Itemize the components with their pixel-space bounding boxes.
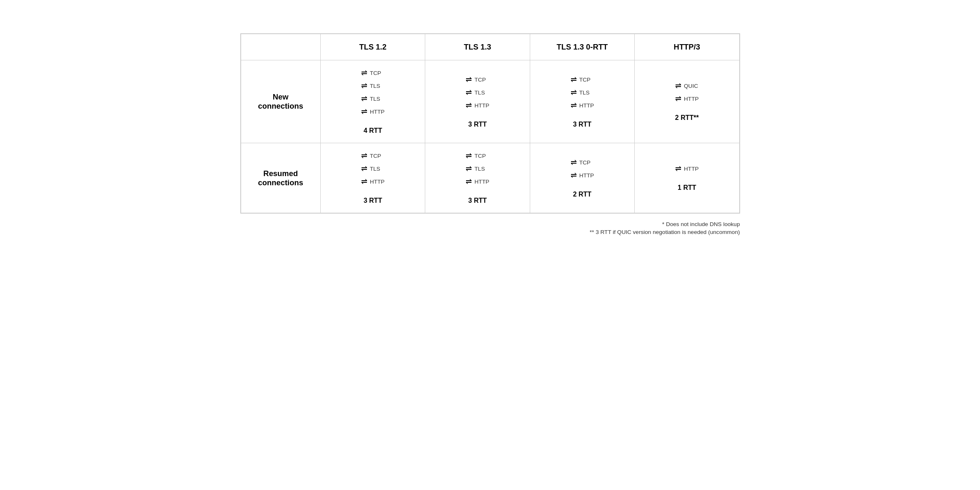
- bidirectional-arrow-icon: ⇌: [361, 95, 367, 103]
- table-row: Resumedconnections⇌TCP⇌TLS⇌HTTP3 RTT⇌TCP…: [241, 143, 739, 213]
- protocol-label: HTTP: [684, 96, 699, 102]
- protocol-label: TLS: [370, 83, 380, 89]
- rtt-value: 3 RTT: [468, 193, 486, 204]
- cell-r0-c0: ⇌TCP⇌TLS⇌TLS⇌HTTP4 RTT: [321, 60, 425, 143]
- protocol-label: TCP: [474, 153, 486, 159]
- cell-r1-c1: ⇌TCP⇌TLS⇌HTTP3 RTT: [425, 143, 530, 213]
- cell-r0-c2: ⇌TCP⇌TLS⇌HTTP3 RTT: [530, 60, 634, 143]
- bidirectional-arrow-icon: ⇌: [361, 152, 367, 160]
- bidirectional-arrow-icon: ⇌: [571, 171, 577, 180]
- rtt-value: 1 RTT: [678, 180, 696, 192]
- protocol-row-TCP: ⇌TCP: [571, 158, 591, 167]
- protocol-row-HTTP: ⇌HTTP: [675, 164, 699, 173]
- protocol-row-TCP: ⇌TCP: [361, 152, 381, 160]
- bidirectional-arrow-icon: ⇌: [361, 82, 367, 90]
- protocol-label: HTTP: [370, 109, 385, 115]
- bidirectional-arrow-icon: ⇌: [571, 75, 577, 84]
- protocol-label: TCP: [579, 77, 591, 83]
- protocol-row-TLS: ⇌TLS: [361, 164, 380, 173]
- bidirectional-arrow-icon: ⇌: [466, 152, 472, 160]
- protocol-label: HTTP: [474, 179, 489, 185]
- footnote: ** 3 RTT if QUIC version negotiation is …: [240, 229, 740, 235]
- cell-r1-c2: ⇌TCP⇌HTTP2 RTT: [530, 143, 634, 213]
- protocol-label: TCP: [474, 77, 486, 83]
- bidirectional-arrow-icon: ⇌: [571, 158, 577, 167]
- footnotes: * Does not include DNS lookup** 3 RTT if…: [240, 221, 740, 237]
- protocol-row-HTTP: ⇌HTTP: [361, 107, 385, 116]
- rtt-value: 4 RTT: [364, 123, 382, 134]
- bidirectional-arrow-icon: ⇌: [361, 164, 367, 173]
- col-header-TLS-1-3-0-RTT: TLS 1.3 0-RTT: [530, 34, 634, 60]
- protocol-label: TLS: [579, 90, 590, 96]
- protocol-label: TLS: [370, 166, 380, 172]
- bidirectional-arrow-icon: ⇌: [466, 88, 472, 97]
- protocol-row-TCP: ⇌TCP: [466, 75, 486, 84]
- rtt-value: 3 RTT: [364, 193, 382, 204]
- protocol-label: TLS: [474, 166, 485, 172]
- table-row: Newconnections⇌TCP⇌TLS⇌TLS⇌HTTP4 RTT⇌TCP…: [241, 60, 739, 143]
- protocol-row-HTTP: ⇌HTTP: [466, 177, 489, 186]
- protocol-label: HTTP: [684, 166, 699, 172]
- bidirectional-arrow-icon: ⇌: [675, 164, 681, 173]
- protocol-row-HTTP: ⇌HTTP: [361, 177, 385, 186]
- protocol-label: HTTP: [579, 172, 594, 179]
- bidirectional-arrow-icon: ⇌: [361, 177, 367, 186]
- protocol-row-QUIC: ⇌QUIC: [675, 82, 698, 90]
- footnote: * Does not include DNS lookup: [240, 221, 740, 227]
- protocol-row-HTTP: ⇌HTTP: [571, 101, 594, 110]
- protocol-row-TLS: ⇌TLS: [466, 88, 485, 97]
- row-label-0: Newconnections: [241, 60, 321, 143]
- cell-r1-c3: ⇌HTTP1 RTT: [635, 143, 739, 213]
- bidirectional-arrow-icon: ⇌: [361, 69, 367, 77]
- protocol-row-TLS: ⇌TLS: [571, 88, 590, 97]
- bidirectional-arrow-icon: ⇌: [466, 75, 472, 84]
- col-header-TLS-1-3: TLS 1.3: [425, 34, 530, 60]
- protocol-label: TLS: [474, 90, 485, 96]
- comparison-table: TLS 1.2TLS 1.3TLS 1.3 0-RTTHTTP/3 Newcon…: [240, 33, 740, 214]
- protocol-row-TCP: ⇌TCP: [361, 69, 381, 77]
- protocol-row-HTTP: ⇌HTTP: [571, 171, 594, 180]
- protocol-label: HTTP: [370, 179, 385, 185]
- protocol-row-TLS: ⇌TLS: [361, 82, 380, 90]
- protocol-label: TLS: [370, 96, 380, 102]
- row-label-1: Resumedconnections: [241, 143, 321, 213]
- cell-r0-c1: ⇌TCP⇌TLS⇌HTTP3 RTT: [425, 60, 530, 143]
- bidirectional-arrow-icon: ⇌: [466, 101, 472, 110]
- bidirectional-arrow-icon: ⇌: [466, 164, 472, 173]
- bidirectional-arrow-icon: ⇌: [466, 177, 472, 186]
- col-header-TLS-1-2: TLS 1.2: [321, 34, 425, 60]
- protocol-row-HTTP: ⇌HTTP: [466, 101, 489, 110]
- protocol-label: TCP: [370, 153, 381, 159]
- protocol-row-TCP: ⇌TCP: [571, 75, 591, 84]
- bidirectional-arrow-icon: ⇌: [361, 107, 367, 116]
- rtt-value: 3 RTT: [468, 117, 486, 128]
- bidirectional-arrow-icon: ⇌: [675, 95, 681, 103]
- protocol-label: TCP: [370, 70, 381, 76]
- bidirectional-arrow-icon: ⇌: [571, 88, 577, 97]
- protocol-label: QUIC: [684, 83, 698, 89]
- protocol-row-TLS: ⇌TLS: [361, 95, 380, 103]
- cell-r1-c0: ⇌TCP⇌TLS⇌HTTP3 RTT: [321, 143, 425, 213]
- col-header-HTTP-3: HTTP/3: [635, 34, 739, 60]
- protocol-label: TCP: [579, 159, 591, 166]
- protocol-row-TCP: ⇌TCP: [466, 152, 486, 160]
- bidirectional-arrow-icon: ⇌: [571, 101, 577, 110]
- header-empty: [241, 34, 321, 60]
- protocol-row-HTTP: ⇌HTTP: [675, 95, 699, 103]
- protocol-row-TLS: ⇌TLS: [466, 164, 485, 173]
- cell-r0-c3: ⇌QUIC⇌HTTP2 RTT**: [635, 60, 739, 143]
- bidirectional-arrow-icon: ⇌: [675, 82, 681, 90]
- rtt-value: 2 RTT: [573, 187, 591, 198]
- rtt-value: 2 RTT**: [675, 110, 699, 122]
- protocol-label: HTTP: [579, 102, 594, 109]
- protocol-label: HTTP: [474, 102, 489, 109]
- rtt-value: 3 RTT: [573, 117, 591, 128]
